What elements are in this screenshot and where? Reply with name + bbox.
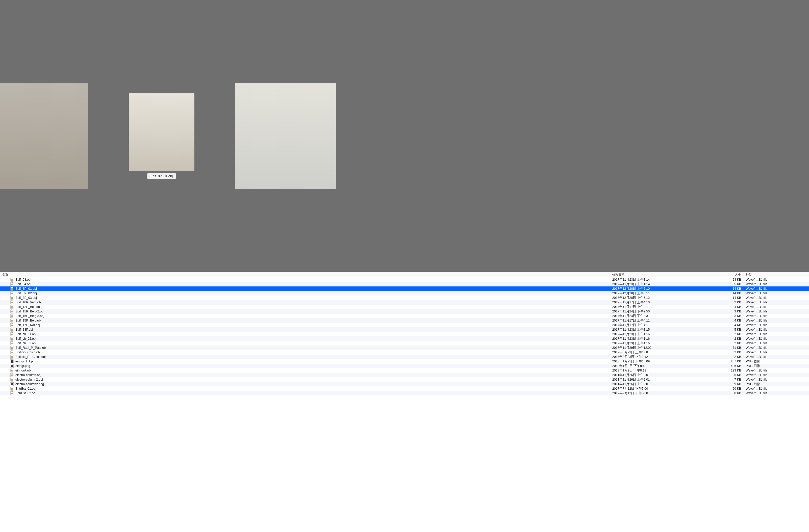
file-name-label: EntrEst_01.obj [15,387,36,390]
file-size-cell: 193 KB [699,369,743,372]
svg-rect-23 [11,374,13,376]
svg-rect-7 [11,311,13,313]
file-size-cell: 5 KB [699,328,743,331]
table-row[interactable]: Edif_03.obj2017年11月23日 上午1:1423 KBWavefr… [0,277,809,282]
coverflow-preview[interactable]: Edif_8P_01.obj [0,0,809,272]
table-row[interactable]: einhgr_LIT.png2018年1月25日 下午10:09257 KBPN… [0,359,809,363]
file-size-cell: 4 KB [699,323,743,327]
file-size-cell: 3 KB [699,310,743,313]
svg-rect-3 [11,293,13,294]
file-size-cell: 2 KB [699,332,743,336]
file-date-cell: 2018年1月25日 下午10:09 [610,359,699,363]
obj-file-icon [10,319,14,322]
table-row[interactable]: Edif_ch_01.obj2017年11月23日 上午1:162 KBWave… [0,332,809,336]
file-kind-cell: PNG 图像 [743,359,809,363]
file-name-label: Edif_8P_01.obj [15,287,37,290]
file-name-label: Edif_8P_02.obj [15,291,37,295]
table-row[interactable]: Edif_8P_02.obj2017年12月28日 上午5:1114 KBWav… [0,291,809,296]
file-name-cell: Edif_ch_02.obj [0,337,610,341]
file-name-cell: Edificio_Chico.obj [0,350,610,354]
svg-rect-19 [11,360,13,363]
coverflow-prev-item[interactable] [0,83,88,189]
file-date-cell: 2017年11月17日 上午4:11 [610,323,699,327]
file-date-cell: 2017年7月12日 下午5:00 [610,391,699,395]
table-row[interactable]: Edif_8P_01.obj2017年12月28日 上午5:1014 KBWav… [0,286,809,291]
file-name-cell: Edif_10P_Verd.obj [0,300,610,304]
table-row[interactable]: einhgrA.obj2018年1月2日 下午8:13193 KBWavefr…… [0,368,809,373]
coverflow-next-item[interactable] [235,83,336,189]
file-name-cell: Edif_15P_Beig-3.obj [0,314,610,318]
obj-file-icon [10,291,14,295]
file-name-label: Edif_ch_02.obj [15,337,36,340]
table-row[interactable]: Edif_8P_03.obj2017年12月28日 上午5:1214 KBWav… [0,296,809,300]
file-kind-cell: Wavefr…BJ file [743,301,809,304]
table-row[interactable]: EntrEst_01.obj2017年7月12日 下午5:0050 KBWave… [0,386,809,391]
table-row[interactable]: einhgr.png2018年1月2日 下午8:13496 KBPNG 图像 [0,363,809,368]
file-name-label: Edif_10P_Verd.obj [15,301,42,304]
file-size-cell: 496 KB [699,364,743,368]
svg-rect-27 [11,388,13,390]
file-size-cell: 2 KB [699,301,743,304]
file-kind-cell: Wavefr…BJ file [743,296,809,300]
svg-rect-0 [11,279,13,281]
file-kind-cell: Wavefr…BJ file [743,341,809,345]
table-row[interactable]: Edif_17P_Nar.obj2017年11月17日 上午4:114 KBWa… [0,323,809,327]
table-row[interactable]: Edif_ch_02.obj2017年11月23日 上午1:162 KBWave… [0,336,809,341]
obj-file-icon [10,309,14,314]
obj-file-icon [10,327,14,332]
file-name-label: Edif_17P_Nar.obj [15,323,40,327]
file-date-cell: 2017年11月29日 上午12:02 [610,346,699,350]
table-row[interactable]: Edif_15P_Beig.obj2017年11月17日 上午4:114 KBW… [0,318,809,323]
file-date-cell: 2018年1月2日 下午8:13 [610,369,699,373]
file-date-cell: 2017年11月23日 上午1:16 [610,332,699,336]
file-date-cell: 2011年11月26日 上午2:01 [610,377,699,382]
table-row[interactable]: Edif_Raul_P_Total.obj2017年11月29日 上午12:02… [0,345,809,350]
table-row[interactable]: Edificio_Chico.obj2017年3月23日 上午1:082 KBW… [0,350,809,355]
file-kind-cell: Wavefr…BJ file [743,373,809,377]
coverflow-current-item[interactable]: Edif_8P_01.obj [129,93,194,179]
table-row[interactable]: Edif_12P_Bco.obj2017年11月17日 上午4:114 KBWa… [0,305,809,309]
obj-file-icon [10,391,14,395]
file-name-cell: Edif_12P_Bco.obj [0,305,610,309]
obj-file-icon [10,296,14,300]
file-size-cell: 3 KB [699,314,743,318]
file-name-label: Edif_Raul_P_Total.obj [15,346,47,350]
table-row[interactable]: electro-column.obj2011年11月26日 上午2:016 KB… [0,373,809,377]
column-header-date[interactable]: 修改日期 [610,272,699,277]
svg-rect-15 [11,347,13,349]
file-name-cell: Edif_18P.obj [0,327,610,332]
file-size-cell: 14 KB [699,291,743,295]
table-row[interactable]: Edif_18P.obj2017年11月23日 上午1:155 KBWavefr… [0,327,809,332]
file-name-cell: Edif_03.obj [0,278,610,282]
table-row[interactable]: Edif_ch_03.obj2017年11月23日 上午1:162 KBWave… [0,341,809,345]
file-name-label: Edificio_Chico.obj [15,351,40,354]
table-row[interactable]: Edif_15P_Beig-2.obj2017年11月24日 下午2:503 K… [0,309,809,314]
file-date-cell: 2017年11月23日 上午1:15 [610,327,699,332]
file-name-label: Edif_15P_Beig.obj [15,319,41,322]
table-row[interactable]: EntrEst_02.obj2017年7月12日 下午5:0050 KBWave… [0,391,809,395]
table-row[interactable]: electro-column2.png2011年11月26日 上午2:0139 … [0,382,809,386]
png-file-icon [10,364,14,368]
column-header-size[interactable]: 大小 [699,272,743,277]
file-kind-cell: Wavefr…BJ file [743,282,809,286]
obj-file-icon [10,369,14,372]
table-row[interactable]: Edif_15P_Beig-3.obj2017年11月24日 下午3:313 K… [0,314,809,318]
file-rows-container[interactable]: Edif_03.obj2017年11月23日 上午1:1423 KBWavefr… [0,277,809,532]
table-row[interactable]: Edif_10P_Verd.obj2017年11月17日 上午4:102 KBW… [0,300,809,305]
file-kind-cell: Wavefr…BJ file [743,378,809,381]
svg-rect-10 [11,324,13,326]
table-row[interactable]: Edificio_Re-Chico.obj2017年3月23日 上午1:122 … [0,355,809,359]
svg-rect-9 [11,320,13,321]
table-row[interactable]: Edif_04.obj2017年11月23日 上午1:145 KBWavefr…… [0,282,809,286]
obj-file-icon [10,350,14,354]
file-name-label: Edificio_Re-Chico.obj [15,355,46,359]
column-header-name[interactable]: 名称 ⌃ [0,272,610,277]
file-date-cell: 2017年12月28日 上午5:10 [610,287,699,291]
file-name-label: Edif_8P_03.obj [15,296,37,300]
table-row[interactable]: electro-column2.obj2011年11月26日 上午2:017 K… [0,377,809,382]
svg-rect-24 [11,379,13,380]
file-kind-cell: Wavefr…BJ file [743,355,809,359]
svg-rect-22 [11,370,13,372]
column-header-kind[interactable]: 种类 [743,272,809,277]
svg-rect-17 [11,356,13,358]
